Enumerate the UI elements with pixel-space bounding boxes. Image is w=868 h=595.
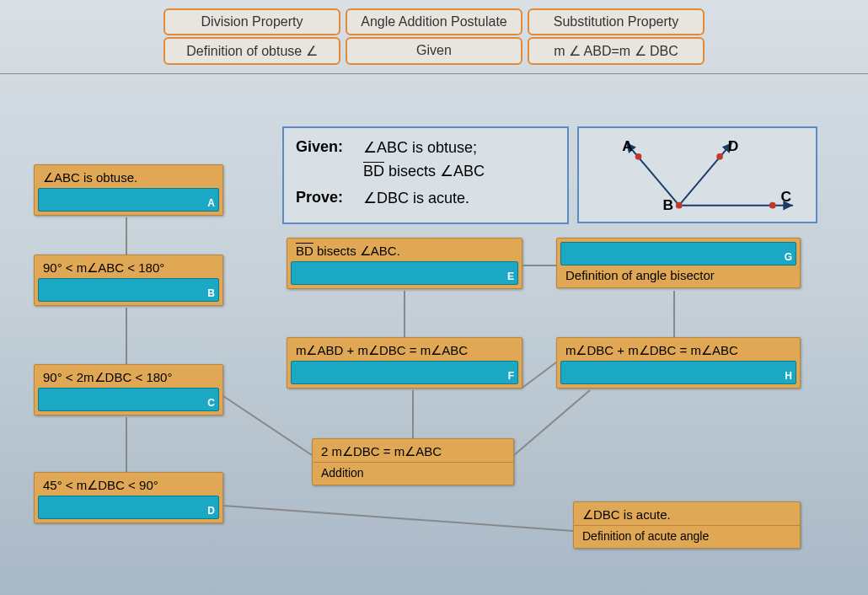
option-tile[interactable]: Angle Addition Postulate — [346, 8, 522, 35]
diagram-label-b: B — [662, 196, 673, 213]
option-tile[interactable]: Definition of obtuse ∠ — [163, 37, 340, 65]
svg-line-13 — [522, 362, 556, 388]
reason-slot-e[interactable]: E — [291, 261, 518, 285]
option-tile[interactable]: m ∠ ABD=m ∠ DBC — [528, 37, 705, 65]
proof-box-d: 45° < m∠DBC < 90° D — [34, 472, 223, 523]
svg-line-15 — [223, 396, 312, 455]
options-row-1: Division Property Angle Addition Postula… — [163, 8, 705, 35]
statement-g: Definition of angle bisector — [557, 265, 800, 287]
statement-a: ∠ABC is obtuse. — [35, 165, 222, 188]
proof-box-c: 90° < 2m∠DBC < 180° C — [34, 364, 223, 415]
proof-box-h: m∠DBC + m∠DBC = m∠ABC H — [556, 337, 801, 389]
proof-box-g: G Definition of angle bisector — [556, 238, 801, 288]
angle-diagram: A D B C — [577, 126, 817, 223]
proof-box-e: BD bisects ∠ABC. E — [287, 238, 522, 289]
diagram-label-a: A — [622, 137, 633, 154]
reason-acute: Definition of acute angle — [574, 525, 800, 548]
proof-box-addition: 2 m∠DBC = m∠ABC Addition — [312, 438, 514, 485]
divider — [0, 73, 868, 74]
reason-slot-b[interactable]: B — [38, 278, 219, 302]
reason-slot-c[interactable]: C — [38, 388, 219, 411]
given-label: Given: — [296, 138, 363, 157]
reason-slot-d[interactable]: D — [38, 496, 219, 519]
statement-acute: ∠DBC is acute. — [574, 502, 800, 525]
svg-point-6 — [769, 202, 776, 209]
given-bd: BD bisects ∠ABC — [363, 162, 555, 180]
reason-addition: Addition — [313, 462, 513, 485]
svg-point-3 — [676, 202, 683, 209]
prove-text: ∠DBC is acute. — [363, 189, 555, 207]
option-tile[interactable]: Substitution Property — [528, 8, 705, 35]
statement-f: m∠ABD + m∠DBC = m∠ABC — [287, 338, 522, 361]
option-tile[interactable]: Division Property — [163, 8, 340, 35]
svg-line-16 — [514, 390, 590, 455]
given-prove-box: Given: ∠ABC is obtuse; BD bisects ∠ABC P… — [282, 126, 569, 224]
reason-slot-h[interactable]: H — [560, 361, 796, 384]
reason-slot-f[interactable]: F — [291, 361, 518, 384]
proof-box-a: ∠ABC is obtuse. A — [34, 164, 223, 216]
statement-e: BD bisects ∠ABC. — [287, 239, 522, 261]
proof-box-acute: ∠DBC is acute. Definition of acute angle — [573, 501, 801, 549]
diagram-label-c: C — [780, 188, 791, 205]
statement-b: 90° < m∠ABC < 180° — [35, 255, 222, 278]
svg-line-17 — [223, 506, 573, 531]
diagram-label-d: D — [728, 137, 739, 154]
svg-line-1 — [679, 142, 732, 205]
statement-h: m∠DBC + m∠DBC = m∠ABC — [557, 338, 800, 361]
svg-point-5 — [716, 153, 723, 160]
svg-point-4 — [635, 153, 642, 160]
proof-box-f: m∠ABD + m∠DBC = m∠ABC F — [287, 337, 522, 389]
options-row-2: Definition of obtuse ∠ Given m ∠ ABD=m ∠… — [163, 37, 705, 65]
option-tile[interactable]: Given — [346, 37, 522, 65]
reason-slot-a[interactable]: A — [38, 188, 219, 212]
statement-addition: 2 m∠DBC = m∠ABC — [313, 439, 513, 462]
statement-d: 45° < m∠DBC < 90° — [35, 473, 222, 496]
given-text-1: ∠ABC is obtuse; — [363, 138, 555, 157]
prove-label: Prove: — [296, 189, 363, 207]
proof-box-b: 90° < m∠ABC < 180° B — [34, 255, 223, 306]
reason-slot-g[interactable]: G — [560, 242, 796, 265]
options-bar: Division Property Angle Addition Postula… — [163, 8, 705, 65]
statement-c: 90° < 2m∠DBC < 180° — [35, 365, 222, 388]
